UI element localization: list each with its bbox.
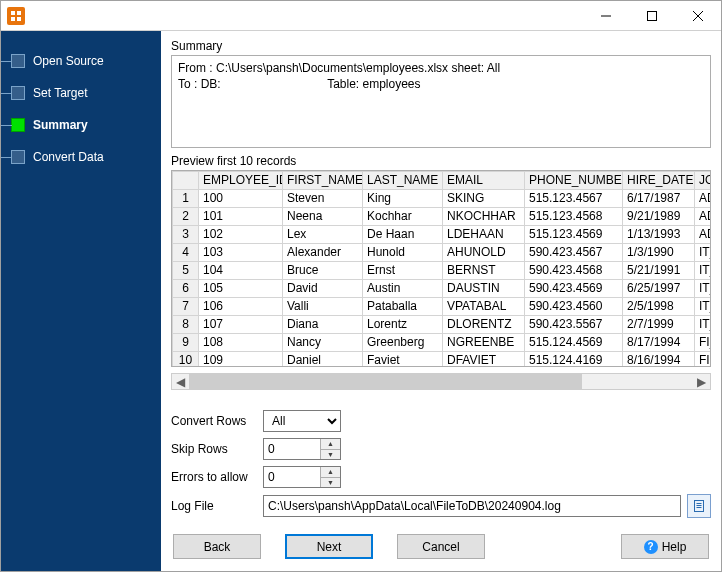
table-cell: 10 [173,351,199,367]
table-cell: Steven [283,189,363,207]
spinner-up-icon[interactable]: ▲ [321,439,340,450]
step-set-target[interactable]: Set Target [11,79,161,107]
summary-heading: Summary [171,39,711,53]
step-box-icon [11,118,25,132]
scroll-right-icon[interactable]: ▶ [693,374,710,389]
convert-rows-label: Convert Rows [171,414,263,428]
table-cell: IT_P [695,315,712,333]
table-cell: 105 [199,279,283,297]
table-cell: Ernst [363,261,443,279]
table-cell: 590.423.4569 [525,279,623,297]
table-row[interactable]: 9108NancyGreenbergNGREENBE515.124.45698/… [173,333,712,351]
step-summary[interactable]: Summary [11,111,161,139]
scrollbar-thumb[interactable] [189,374,582,389]
table-row[interactable]: 1100StevenKingSKING515.123.45676/17/1987… [173,189,712,207]
wizard-steps-sidebar: Open Source Set Target Summary Convert D… [1,31,161,571]
table-cell: Lorentz [363,315,443,333]
table-cell: DAUSTIN [443,279,525,297]
table-cell: 103 [199,243,283,261]
convert-rows-select[interactable]: All [263,410,341,432]
step-label: Convert Data [33,150,104,164]
errors-allow-spinner[interactable]: ▲▼ [263,466,341,488]
table-cell: 7 [173,297,199,315]
table-cell: Greenberg [363,333,443,351]
step-box-icon [11,86,25,100]
table-cell: 5/21/1991 [623,261,695,279]
table-cell: IT_P [695,279,712,297]
log-file-input[interactable] [263,495,681,517]
maximize-button[interactable] [629,1,675,31]
step-open-source[interactable]: Open Source [11,47,161,75]
table-cell: Daniel [283,351,363,367]
table-row[interactable]: 7106ValliPataballaVPATABAL590.423.45602/… [173,297,712,315]
spinner-up-icon[interactable]: ▲ [321,467,340,478]
table-cell: David [283,279,363,297]
table-cell: Lex [283,225,363,243]
table-cell: 515.123.4569 [525,225,623,243]
table-row[interactable]: 4103AlexanderHunoldAHUNOLD590.423.45671/… [173,243,712,261]
table-cell: SKING [443,189,525,207]
table-cell: 515.123.4567 [525,189,623,207]
step-label: Summary [33,118,88,132]
browse-log-file-button[interactable] [687,494,711,518]
column-header[interactable] [173,171,199,189]
table-cell: Neena [283,207,363,225]
table-cell: 590.423.4560 [525,297,623,315]
table-cell: 3 [173,225,199,243]
svg-rect-1 [17,11,21,15]
column-header[interactable]: HIRE_DATE [623,171,695,189]
table-row[interactable]: 2101NeenaKochharNKOCHHAR515.123.45689/21… [173,207,712,225]
spinner-down-icon[interactable]: ▼ [321,450,340,460]
table-row[interactable]: 10109DanielFavietDFAVIET515.124.41698/16… [173,351,712,367]
help-button[interactable]: ? Help [621,534,709,559]
column-header[interactable]: LAST_NAME [363,171,443,189]
cancel-button[interactable]: Cancel [397,534,485,559]
table-cell: 9/21/1989 [623,207,695,225]
table-cell: AD_ [695,189,712,207]
close-button[interactable] [675,1,721,31]
table-cell: 515.124.4169 [525,351,623,367]
table-cell: 6/17/1987 [623,189,695,207]
table-cell: NGREENBE [443,333,525,351]
table-row[interactable]: 5104BruceErnstBERNST590.423.45685/21/199… [173,261,712,279]
column-header[interactable]: JOB [695,171,712,189]
table-cell: 6/25/1997 [623,279,695,297]
step-convert-data[interactable]: Convert Data [11,143,161,171]
errors-allow-input[interactable] [264,467,320,487]
table-cell: AHUNOLD [443,243,525,261]
help-button-label: Help [662,540,687,554]
table-cell: DLORENTZ [443,315,525,333]
skip-rows-spinner[interactable]: ▲▼ [263,438,341,460]
table-cell: 590.423.5567 [525,315,623,333]
wizard-footer: Back Next Cancel ? Help [171,524,711,563]
table-cell: AD_ [695,225,712,243]
horizontal-scrollbar[interactable]: ◀ ▶ [171,373,711,390]
skip-rows-label: Skip Rows [171,442,263,456]
scroll-left-icon[interactable]: ◀ [172,374,189,389]
step-box-icon [11,54,25,68]
table-cell: Nancy [283,333,363,351]
wizard-window: Open Source Set Target Summary Convert D… [0,0,722,572]
table-cell: 2 [173,207,199,225]
table-cell: DFAVIET [443,351,525,367]
table-row[interactable]: 3102LexDe HaanLDEHAAN515.123.45691/13/19… [173,225,712,243]
svg-rect-3 [17,17,21,21]
preview-grid[interactable]: EMPLOYEE_IDFIRST_NAMELAST_NAMEEMAILPHONE… [171,170,711,367]
skip-rows-input[interactable] [264,439,320,459]
column-header[interactable]: EMPLOYEE_ID [199,171,283,189]
table-row[interactable]: 8107DianaLorentzDLORENTZ590.423.55672/7/… [173,315,712,333]
back-button[interactable]: Back [173,534,261,559]
svg-rect-2 [11,17,15,21]
spinner-down-icon[interactable]: ▼ [321,478,340,488]
table-cell: 515.124.4569 [525,333,623,351]
table-row[interactable]: 6105DavidAustinDAUSTIN590.423.45696/25/1… [173,279,712,297]
step-label: Set Target [33,86,87,100]
column-header[interactable]: FIRST_NAME [283,171,363,189]
table-cell: 4 [173,243,199,261]
column-header[interactable]: EMAIL [443,171,525,189]
table-cell: FI_A [695,351,712,367]
step-box-icon [11,150,25,164]
column-header[interactable]: PHONE_NUMBER [525,171,623,189]
minimize-button[interactable] [583,1,629,31]
next-button[interactable]: Next [285,534,373,559]
